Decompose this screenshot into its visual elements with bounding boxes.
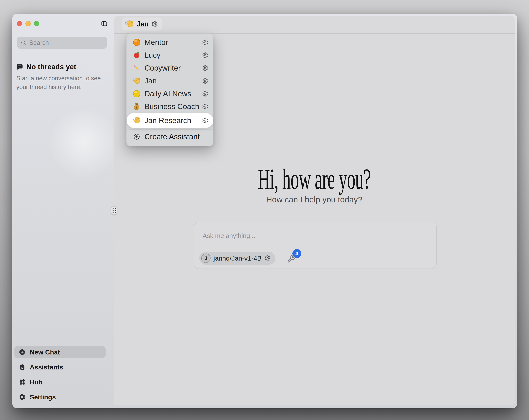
wave-emoji — [132, 116, 141, 125]
settings-icon — [19, 393, 26, 401]
close-button[interactable] — [17, 21, 22, 26]
menu-item-label: Copywriter — [145, 64, 181, 72]
gear-icon[interactable] — [202, 117, 208, 124]
nav-label: Assistants — [30, 363, 63, 371]
menu-item-label: Mentor — [145, 38, 168, 47]
greeting-subtitle: How can I help you today? — [266, 195, 362, 204]
tools-count-badge: 4 — [292, 249, 301, 258]
gear-icon[interactable] — [202, 91, 208, 97]
main-panel: Jan Mentor Lucy Copywriter — [114, 15, 515, 406]
model-name: janhq/Jan-v1-4B — [213, 255, 262, 262]
sidebar-item-new-chat[interactable]: New Chat — [14, 346, 106, 358]
desktop-background: Search No threads yet Start a new conver… — [0, 0, 529, 420]
menu-item-label: Jan Research — [145, 116, 191, 125]
gear-icon[interactable] — [202, 65, 208, 71]
gear-icon[interactable] — [202, 52, 208, 58]
sidebar-blur-decoration — [48, 110, 120, 182]
sidebar-item-assistants[interactable]: Assistants — [14, 361, 106, 373]
menu-divider — [127, 129, 213, 130]
menu-item-label: Jan — [145, 77, 157, 85]
model-avatar: J — [201, 254, 211, 263]
model-selector-button[interactable]: J janhq/Jan-v1-4B — [199, 252, 276, 265]
hub-icon — [19, 379, 26, 386]
menu-item-daily-ai-news[interactable]: Daily AI News — [127, 87, 213, 100]
panel-resize-handle[interactable] — [111, 206, 117, 215]
wave-emoji — [132, 77, 141, 85]
menu-item-label: Daily AI News — [145, 89, 191, 98]
pencil-emoji — [132, 64, 141, 72]
greeting-title: Hi, how are you? — [258, 164, 371, 193]
sidebar-item-hub[interactable]: Hub — [14, 376, 106, 388]
menu-item-jan-research[interactable]: Jan Research — [127, 113, 213, 128]
money-bag-emoji: $ — [132, 102, 141, 111]
assistant-menu: Mentor Lucy Copywriter Jan — [126, 33, 213, 146]
assistant-selector-button[interactable]: Jan — [122, 17, 162, 30]
menu-item-business-coach[interactable]: $ Business Coach — [127, 100, 213, 113]
menu-item-create-assistant[interactable]: Create Assistant — [127, 130, 213, 143]
menu-item-label: Lucy — [145, 51, 160, 59]
search-placeholder: Search — [29, 39, 49, 46]
gear-icon[interactable] — [264, 255, 271, 261]
gear-icon[interactable] — [202, 78, 208, 84]
assistants-icon — [19, 364, 26, 371]
nav-label: Hub — [30, 378, 43, 386]
empty-state-title: No threads yet — [26, 63, 76, 71]
minimize-button[interactable] — [26, 21, 31, 26]
sidebar-toggle-icon — [101, 20, 108, 27]
empty-state-description: Start a new conversation to see your thr… — [16, 74, 108, 91]
menu-item-lucy[interactable]: Lucy — [127, 49, 213, 62]
menu-item-copywriter[interactable]: Copywriter — [127, 62, 213, 74]
nav-label: Settings — [30, 393, 56, 401]
apple-emoji — [132, 51, 141, 59]
menu-item-mentor[interactable]: Mentor — [127, 36, 213, 49]
gear-icon[interactable] — [202, 103, 208, 110]
search-input[interactable]: Search — [17, 37, 107, 49]
main-header: Jan — [114, 15, 515, 34]
yellow-circle-emoji — [132, 90, 141, 98]
empty-state-header: No threads yet — [15, 63, 76, 71]
app-window: Search No threads yet Start a new conver… — [12, 14, 517, 408]
assistant-selector-label: Jan — [137, 20, 149, 28]
greeting: Hi, how are you? How can I help you toda… — [114, 164, 515, 204]
composer-placeholder: Ask me anything... — [203, 232, 255, 240]
composer-card[interactable]: Ask me anything... J janhq/Jan-v1-4B 4 — [194, 222, 437, 269]
svg-text:$: $ — [135, 106, 138, 109]
orange-circle-emoji — [132, 38, 141, 46]
sidebar-item-settings[interactable]: Settings — [14, 391, 106, 403]
menu-item-label: Business Coach — [145, 102, 199, 111]
menu-item-label: Create Assistant — [145, 132, 200, 141]
nav-label: New Chat — [30, 348, 60, 356]
gear-icon[interactable] — [202, 39, 208, 45]
search-icon — [20, 40, 27, 46]
menu-item-jan[interactable]: Jan — [127, 74, 213, 87]
chat-bubble-icon — [15, 63, 23, 71]
sidebar-nav: New Chat Assistants Hub Settings — [14, 346, 106, 403]
wave-emoji — [125, 20, 134, 28]
plus-circle-outline-icon — [133, 133, 140, 140]
sidebar-toggle-button[interactable] — [100, 20, 108, 27]
gear-icon[interactable] — [151, 21, 158, 27]
zoom-button[interactable] — [34, 21, 39, 26]
plus-circle-icon — [19, 349, 26, 356]
